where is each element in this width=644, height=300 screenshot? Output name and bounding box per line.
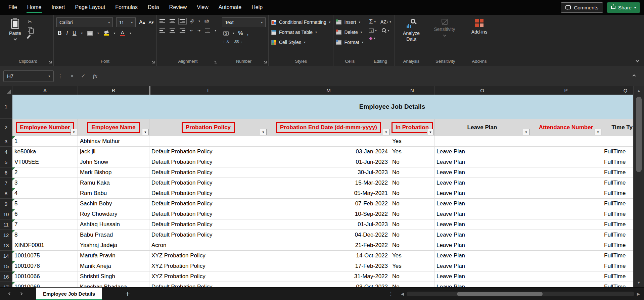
row-header-10[interactable]: 10 — [0, 209, 12, 219]
cell-N16[interactable]: No — [390, 271, 434, 282]
sheet-title-cell[interactable]: Employee Job Details — [12, 95, 633, 119]
borders-icon[interactable] — [87, 31, 93, 36]
align-bottom-icon[interactable] — [180, 19, 185, 23]
cell-P7[interactable] — [530, 178, 602, 188]
header-cell-O2[interactable]: Leave Plan▼ — [434, 119, 530, 136]
column-header-Q[interactable]: Q — [602, 86, 633, 95]
cell-M16[interactable]: 31-May-2022 — [267, 271, 390, 282]
cell-L4[interactable]: Default Probation Policy — [149, 147, 267, 157]
clipboard-dialog-launcher-icon[interactable] — [49, 61, 52, 63]
row-header-12[interactable]: 12 — [0, 230, 12, 240]
cell-A14[interactable]: 10010075 — [12, 251, 78, 261]
cell-B3[interactable]: Abhinav Mathur — [78, 136, 149, 147]
cell-B4[interactable]: jack jil — [78, 147, 149, 157]
font-size-dropdown-icon[interactable]: ▾ — [131, 21, 133, 24]
horizontal-scrollbar-track[interactable] — [407, 292, 634, 296]
row-header-1[interactable]: 1 — [0, 95, 12, 119]
cell-P4[interactable] — [530, 147, 602, 157]
fill-color-dropdown-icon[interactable]: ▾ — [114, 32, 116, 35]
cell-B8[interactable]: Ram Babu — [78, 188, 149, 199]
font-name-dropdown-icon[interactable]: ▾ — [108, 21, 110, 24]
orientation-dropdown-icon[interactable]: ▾ — [198, 19, 200, 23]
wrap-text-icon[interactable]: ab — [204, 19, 209, 23]
row-header-5[interactable]: 5 — [0, 157, 12, 167]
number-format-select[interactable]: Text ▾ — [222, 17, 266, 27]
cell-L10[interactable]: Default Probation Policy — [149, 209, 267, 219]
cell-L7[interactable]: Default Probation Policy — [149, 178, 267, 188]
cell-M15[interactable]: 17-Feb-2023 — [267, 261, 390, 271]
sensitivity-button[interactable]: Sensitivity — [431, 17, 458, 36]
row-header-2[interactable]: 2 — [0, 119, 12, 136]
format-cells-button[interactable]: Format ▾ — [336, 38, 363, 47]
cell-P11[interactable] — [530, 219, 602, 230]
column-header-M[interactable]: M — [267, 86, 390, 95]
insert-function-icon[interactable]: fx — [93, 73, 97, 79]
add-sheet-button[interactable]: + — [125, 291, 130, 297]
cell-A11[interactable]: 7 — [12, 219, 78, 230]
cell-A5[interactable]: VT005EE — [12, 157, 78, 167]
row-header-17[interactable]: 17 — [0, 282, 12, 287]
cell-styles-dropdown-icon[interactable]: ▾ — [304, 41, 306, 44]
sheet-tab[interactable]: Employee Job Details — [36, 288, 102, 300]
header-cell-Q2[interactable]: Time Type — [602, 119, 633, 136]
cell-L12[interactable]: Default Probation Policy — [149, 230, 267, 240]
menu-file[interactable]: File — [3, 0, 22, 15]
cell-Q12[interactable]: FullTime — [602, 230, 633, 240]
cell-Q16[interactable]: FullTime — [602, 271, 633, 282]
orientation-icon[interactable]: ab — [189, 18, 195, 24]
header-cell-B2[interactable]: Employee Name▼ — [78, 119, 149, 136]
cell-P14[interactable] — [530, 251, 602, 261]
cell-L5[interactable]: Default Probation Policy — [149, 157, 267, 167]
font-dialog-launcher-icon[interactable] — [152, 61, 155, 63]
cell-A13[interactable]: XINDF0001 — [12, 240, 78, 251]
select-all-corner[interactable] — [0, 86, 12, 95]
cell-P12[interactable] — [530, 230, 602, 240]
column-header-L[interactable]: L — [149, 86, 267, 95]
row-header-3[interactable]: 3 — [0, 136, 12, 147]
sheet-nav-right-icon[interactable] — [20, 293, 22, 295]
column-header-N[interactable]: N — [390, 86, 434, 95]
cell-B11[interactable]: Ashfaq Hussain — [78, 219, 149, 230]
filter-dropdown-P[interactable]: ▼ — [595, 129, 601, 135]
cell-M10[interactable]: 10-Sep-2022 — [267, 209, 390, 219]
comma-style-icon[interactable]: , — [247, 30, 248, 36]
scroll-down-icon[interactable]: ▼ — [634, 278, 644, 287]
cell-Q10[interactable]: FullTime — [602, 209, 633, 219]
addins-button[interactable]: Add-ins — [466, 17, 493, 35]
horizontal-scrollbar-thumb[interactable] — [457, 292, 543, 296]
cell-P8[interactable] — [530, 188, 602, 199]
cell-A6[interactable]: 2 — [12, 167, 78, 178]
cell-O17[interactable]: Leave Plan — [434, 282, 530, 287]
cell-A15[interactable]: 10010078 — [12, 261, 78, 271]
cell-N13[interactable]: No — [390, 240, 434, 251]
column-header-B[interactable]: B — [78, 86, 149, 95]
cell-O14[interactable]: Leave Plan — [434, 251, 530, 261]
conditional-formatting-dropdown-icon[interactable]: ▾ — [329, 20, 331, 24]
cell-N11[interactable]: No — [390, 219, 434, 230]
insert-dropdown-icon[interactable]: ▾ — [359, 20, 360, 24]
cell-N12[interactable]: No — [390, 230, 434, 240]
tabbar-kebab-icon[interactable]: ⋮ — [388, 291, 394, 297]
cell-P13[interactable] — [530, 240, 602, 251]
cell-B12[interactable]: Babu Prasad — [78, 230, 149, 240]
cell-N7[interactable]: No — [390, 178, 434, 188]
cell-N8[interactable]: No — [390, 188, 434, 199]
cell-Q5[interactable]: FullTime — [602, 157, 633, 167]
filter-dropdown-L[interactable]: ▼ — [260, 129, 267, 135]
cell-A9[interactable]: 5 — [12, 199, 78, 209]
number-dialog-launcher-icon[interactable] — [264, 61, 267, 63]
italic-button[interactable]: I — [66, 30, 68, 36]
cell-Q15[interactable]: FullTime — [602, 261, 633, 271]
bold-button[interactable]: B — [58, 30, 62, 36]
row-header-14[interactable]: 14 — [0, 251, 12, 261]
enter-icon[interactable]: ✓ — [81, 73, 85, 79]
cell-O10[interactable]: Leave Plan — [434, 209, 530, 219]
row-header-13[interactable]: 13 — [0, 240, 12, 251]
cell-A10[interactable]: 6 — [12, 209, 78, 219]
cell-L15[interactable]: XYZ Probation Policy — [149, 261, 267, 271]
cell-styles-button[interactable]: Cell Styles ▾ — [271, 38, 330, 47]
row-header-6[interactable]: 6 — [0, 167, 12, 178]
cell-L11[interactable]: Default Probation Policy — [149, 219, 267, 230]
cell-M17[interactable]: 03-Oct-2022 — [267, 282, 390, 287]
format-dropdown-icon[interactable]: ▾ — [362, 41, 364, 44]
